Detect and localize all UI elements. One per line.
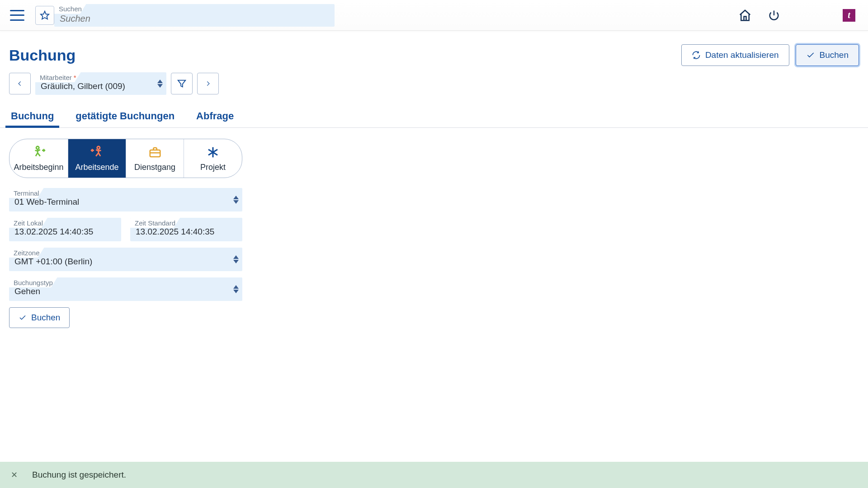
timezone-value: GMT +01:00 (Berlin)	[14, 257, 92, 269]
svg-marker-3	[178, 80, 186, 87]
home-icon[interactable]	[736, 6, 754, 24]
tile-label: Dienstgang	[134, 163, 175, 172]
svg-marker-12	[233, 290, 239, 293]
svg-marker-1	[157, 80, 163, 83]
svg-marker-8	[233, 200, 239, 204]
work-end-icon	[90, 145, 105, 160]
time-standard-field[interactable]: Zeit Standard 13.02.2025 14:40:35	[130, 218, 242, 241]
brand-logo: t	[843, 9, 855, 22]
time-local-value: 13.02.2025 14:40:35	[14, 227, 93, 239]
favorite-button[interactable]	[35, 6, 54, 25]
terminal-value: 01 Web-Terminal	[14, 197, 79, 210]
tile-label: Projekt	[200, 163, 226, 172]
page-title: Buchung	[9, 47, 75, 64]
tile-arbeitsbeginn[interactable]: Arbeitsbeginn	[9, 139, 68, 178]
time-standard-value: 13.02.2025 14:40:35	[136, 227, 214, 239]
menu-button[interactable]	[9, 7, 25, 23]
book-button[interactable]: Buchen	[796, 44, 859, 66]
tile-label: Arbeitsbeginn	[14, 163, 63, 172]
tab-buchung[interactable]: Buchung	[9, 108, 56, 127]
employee-value: Gräulich, Gilbert (009)	[41, 81, 125, 93]
success-toast: ✕ Buchung ist gespeichert.	[0, 462, 868, 488]
power-icon[interactable]	[765, 6, 783, 24]
terminal-select[interactable]: Terminal 01 Web-Terminal	[9, 188, 242, 211]
svg-marker-9	[233, 255, 239, 259]
tab-getaetigte-buchungen[interactable]: getätigte Buchungen	[74, 108, 176, 127]
svg-point-5	[97, 146, 99, 149]
svg-marker-2	[157, 84, 163, 88]
tile-arbeitsende[interactable]: Arbeitsende	[68, 139, 126, 178]
svg-point-4	[36, 146, 39, 149]
time-local-field[interactable]: Zeit Lokal 13.02.2025 14:40:35	[9, 218, 121, 241]
close-icon[interactable]: ✕	[11, 470, 18, 480]
tile-projekt[interactable]: Projekt	[184, 139, 242, 178]
chevron-updown-icon	[157, 80, 163, 88]
tile-label: Arbeitsende	[75, 163, 118, 172]
booking-type-label: Buchungstyp	[9, 277, 57, 287]
booking-type-select[interactable]: Buchungstyp Gehen	[9, 277, 242, 301]
svg-marker-10	[233, 260, 239, 263]
time-local-label: Zeit Lokal	[9, 218, 47, 228]
briefcase-icon	[147, 145, 163, 160]
book-label: Buchen	[820, 50, 849, 60]
filter-button[interactable]	[171, 73, 193, 94]
employee-select[interactable]: Mitarbeiter* Gräulich, Gilbert (009)	[35, 72, 166, 95]
chevron-updown-icon	[233, 196, 239, 204]
search-input[interactable]	[60, 14, 329, 25]
timezone-select[interactable]: Zeitzone GMT +01:00 (Berlin)	[9, 248, 242, 271]
toast-message: Buchung ist gespeichert.	[32, 470, 126, 480]
search-label: Suchen	[54, 4, 86, 14]
work-start-icon	[31, 145, 47, 160]
booking-type-value: Gehen	[14, 286, 40, 299]
submit-book-button[interactable]: Buchen	[9, 307, 70, 328]
refresh-label: Daten aktualisieren	[705, 50, 779, 60]
asterisk-icon	[206, 145, 220, 160]
submit-book-label: Buchen	[31, 313, 60, 323]
prev-employee-button[interactable]	[9, 73, 31, 94]
tab-abfrage[interactable]: Abfrage	[194, 108, 236, 127]
refresh-button[interactable]: Daten aktualisieren	[681, 44, 789, 66]
terminal-label: Terminal	[9, 188, 44, 198]
employee-label: Mitarbeiter*	[35, 72, 81, 82]
time-standard-label: Zeit Standard	[130, 218, 180, 228]
svg-marker-0	[41, 11, 49, 19]
svg-marker-11	[233, 285, 239, 289]
svg-marker-7	[233, 196, 239, 199]
tile-dienstgang[interactable]: Dienstgang	[126, 139, 184, 178]
next-employee-button[interactable]	[197, 73, 219, 94]
timezone-label: Zeitzone	[9, 248, 44, 258]
chevron-updown-icon	[233, 285, 239, 293]
chevron-updown-icon	[233, 255, 239, 263]
